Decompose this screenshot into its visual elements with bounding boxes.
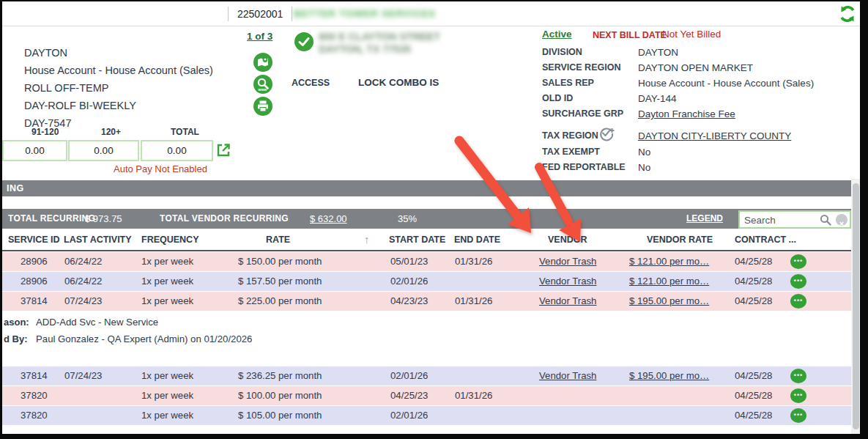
changed-by-value: Paul Gonzalez - QA Expert (Admin) on 01/… xyxy=(36,333,252,344)
cell-rate: $ 236.25 per month xyxy=(238,366,322,385)
cell-service-id: 37820 xyxy=(21,386,48,405)
column-header-service-id[interactable]: SERVICE ID xyxy=(8,235,60,245)
search-input[interactable] xyxy=(743,212,819,229)
table-row[interactable]: 2890606/24/221x per week$ 157.50 per mon… xyxy=(2,272,851,292)
cell-contract-date: 04/25/28 xyxy=(735,272,772,291)
cell-vendor-link[interactable]: Vendor Trash xyxy=(539,292,596,311)
column-header-frequency[interactable]: FREQUENCY xyxy=(141,235,199,245)
cell-start-date: 04/25/23 xyxy=(390,386,428,405)
cell-vendor-rate-link[interactable]: $ 195.00 per mo… xyxy=(629,366,709,385)
cell-last-activity: 06/24/22 xyxy=(64,252,102,271)
cell-rate: $ 225.00 per month xyxy=(238,292,322,311)
aging-label: TOTAL xyxy=(171,127,199,137)
field-value: House Account - House Account (Sales) xyxy=(638,78,814,89)
column-header-start-date[interactable]: START DATE xyxy=(389,235,445,245)
field-value: No xyxy=(638,147,650,158)
cell-vendor-rate-link[interactable]: $ 121.00 per mo… xyxy=(629,252,709,271)
cell-vendor-link[interactable]: Vendor Trash xyxy=(539,252,596,271)
aging-label: 120+ xyxy=(101,127,121,137)
field-label-sales-rep: SALES REP xyxy=(542,78,594,88)
map-icon[interactable] xyxy=(253,53,272,72)
refresh-icon[interactable] xyxy=(837,4,858,24)
account-page: 22502001 BETTER TOWER SERVICES DAYTONHou… xyxy=(2,1,860,434)
svg-text:www: www xyxy=(258,87,267,92)
field-value: DAYTON OPEN MARKET xyxy=(638,62,753,73)
field-label-old-id: OLD ID xyxy=(542,93,573,103)
cell-frequency: 1x per week xyxy=(141,366,193,385)
cell-vendor-rate-link[interactable]: $ 121.00 per mo… xyxy=(629,272,709,291)
scrollbar-thumb[interactable] xyxy=(853,183,859,429)
aging-label: 91-120 xyxy=(31,127,59,137)
table-row[interactable]: 378201x per week$ 100.00 per month04/25/… xyxy=(2,386,851,406)
field-value-link[interactable]: DAYTON CITY-LIBERTY COUNTY xyxy=(638,130,791,141)
cell-contract-date: 04/25/28 xyxy=(735,386,772,405)
account-summary-line: ROLL OFF-TEMP xyxy=(24,79,213,97)
account-summary-line: House Account - House Account (Sales) xyxy=(24,62,213,79)
next-bill-date-value: Not Yet Billed xyxy=(662,29,721,40)
table-row[interactable]: 3781407/24/231x per week$ 225.00 per mon… xyxy=(2,292,851,311)
row-actions-button[interactable]: ••• xyxy=(790,369,806,383)
row-actions-button[interactable]: ••• xyxy=(790,388,806,403)
field-value: DAYTON xyxy=(638,47,678,58)
cell-rate: $ 157.50 per month xyxy=(238,272,322,291)
cell-end-date: 01/31/26 xyxy=(455,292,492,311)
cell-start-date: 02/01/26 xyxy=(390,406,428,425)
field-label-division: DIVISION xyxy=(542,47,582,57)
cell-frequency: 1x per week xyxy=(141,406,193,425)
column-header-vendor-rate[interactable]: VENDOR RATE xyxy=(647,235,713,245)
access-value: LOCK COMBO IS xyxy=(358,77,439,88)
cell-service-id: 37820 xyxy=(21,406,48,425)
field-label-fed-reportable: FED REPORTABLE xyxy=(542,162,626,172)
cell-frequency: 1x per week xyxy=(141,386,193,405)
field-label-service-region: SERVICE REGION xyxy=(542,62,620,73)
row-actions-button[interactable]: ••• xyxy=(790,408,806,423)
cell-service-id: 37814 xyxy=(21,366,48,385)
aging-value-box[interactable]: 0.00 xyxy=(68,140,139,161)
cell-vendor-link[interactable]: Vendor Trash xyxy=(539,366,596,385)
table-row[interactable]: 2890606/24/221x per week$ 150.00 per mon… xyxy=(2,252,851,272)
print-icon[interactable] xyxy=(253,97,272,116)
column-header-rate[interactable]: RATE xyxy=(266,235,290,245)
column-header-vendor[interactable]: VENDOR xyxy=(548,235,587,245)
column-header-contract-[interactable]: CONTRACT ... xyxy=(735,235,796,245)
column-header-last-activity[interactable]: LAST ACTIVITY xyxy=(64,235,132,245)
recurring-summary-bar: TOTAL RECURRING $ 973.75 TOTAL VENDOR RE… xyxy=(2,209,851,229)
billing-section-tab[interactable]: ING xyxy=(2,180,851,196)
services-table-header: ↑ SERVICE IDLAST ACTIVITYFREQUENCYRATEST… xyxy=(2,229,851,251)
field-value: DAY-144 xyxy=(638,93,677,104)
column-header-end-date[interactable]: END DATE xyxy=(454,235,500,245)
cell-contract-date: 04/25/28 xyxy=(735,292,772,311)
web-search-icon[interactable]: www xyxy=(253,75,272,94)
cell-rate: $ 150.00 per month xyxy=(238,252,322,271)
field-label-surcharge-grp: SURCHARGE GRP xyxy=(542,108,623,119)
row-actions-button[interactable]: ••• xyxy=(790,274,806,289)
vertical-scrollbar[interactable] xyxy=(851,179,860,434)
aging-value-box[interactable]: 0.00 xyxy=(2,140,67,161)
tax-region-check-plus-icon[interactable] xyxy=(597,125,615,144)
address-line-1: 800 E CLAYTON STREET xyxy=(319,31,440,43)
cell-frequency: 1x per week xyxy=(141,252,193,271)
row-actions-button[interactable]: ••• xyxy=(790,254,806,269)
legend-link[interactable]: LEGEND xyxy=(686,209,723,229)
account-status-link[interactable]: Active xyxy=(542,29,572,40)
cell-contract-date: 04/25/28 xyxy=(735,406,772,425)
total-vendor-recurring-link[interactable]: $ 632.00 xyxy=(310,209,347,229)
verified-check-icon xyxy=(294,32,314,54)
clear-search-icon[interactable]: × xyxy=(836,214,847,226)
cell-contract-date: 04/25/28 xyxy=(735,366,772,385)
aging-value-box[interactable]: 0.00 xyxy=(141,140,213,161)
cell-vendor-link[interactable]: Vendor Trash xyxy=(539,272,596,291)
sort-ascending-icon: ↑ xyxy=(364,233,370,246)
cell-service-id: 28906 xyxy=(21,272,48,291)
field-value-link[interactable]: Dayton Franchise Fee xyxy=(638,108,735,119)
table-row[interactable]: 378201x per week$ 105.00 per month02/01/… xyxy=(2,406,851,426)
row-actions-button[interactable]: ••• xyxy=(790,294,806,309)
cell-frequency: 1x per week xyxy=(141,272,193,291)
total-vendor-recurring-label: TOTAL VENDOR RECURRING xyxy=(160,209,289,229)
cell-vendor-rate-link[interactable]: $ 195.00 per mo… xyxy=(629,292,709,311)
total-recurring-value: $ 973.75 xyxy=(85,209,122,229)
table-row[interactable]: 3781407/24/231x per week$ 236.25 per mon… xyxy=(2,366,851,386)
external-link-icon[interactable] xyxy=(215,142,231,161)
account-name-redacted: BETTER TOWER SERVICES xyxy=(294,8,436,19)
location-pager-link[interactable]: 1 of 3 xyxy=(247,31,272,42)
